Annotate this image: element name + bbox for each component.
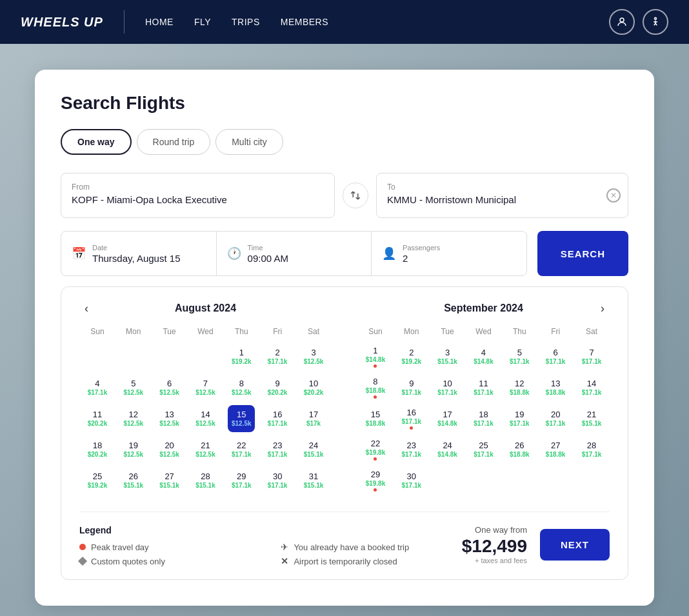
table-row[interactable]: 16$17.1k [394,403,430,434]
calendar-day[interactable]: 23$17.1k [264,436,291,463]
table-row[interactable]: 14$17.1k [574,372,610,403]
table-row[interactable]: 12$12.5k [115,403,152,434]
tab-one-way[interactable]: One way [61,129,132,155]
table-row[interactable]: 9$17.1k [394,372,430,403]
calendar-day[interactable]: 18$17.1k [470,405,497,432]
calendar-day[interactable]: 30$17.1k [398,467,425,494]
calendar-day[interactable]: 14$17.1k [578,374,605,401]
calendar-day[interactable]: 15$18.8k [362,405,389,432]
table-row[interactable]: 31$15.1k [295,465,332,496]
calendar-day[interactable]: 13$12.5k [156,405,183,432]
clear-to-button[interactable]: ✕ [606,188,621,203]
calendar-day[interactable]: 19$17.1k [506,405,533,432]
table-row[interactable]: 6$12.5k [152,372,188,403]
table-row[interactable]: 17$14.8k [430,403,466,434]
to-field[interactable]: To KMMU - Morristown Municipal [376,173,628,218]
table-row[interactable]: 13$12.5k [152,403,188,434]
table-row[interactable]: 7$12.5k [188,372,224,403]
table-row[interactable]: 2$19.2k [394,341,430,372]
table-row[interactable]: 30$17.1k [259,465,295,496]
calendar-day[interactable]: 17$17k [300,405,327,432]
calendar-day[interactable]: 21$15.1k [578,405,605,432]
calendar-day[interactable]: 22$19.8k [362,436,389,463]
calendar-day[interactable]: 4$17.1k [84,374,111,401]
table-row[interactable]: 18$20.2k [79,434,115,465]
table-row[interactable]: 18$17.1k [466,403,502,434]
date-field[interactable]: 📅 Date Thursday, August 15 [61,232,217,275]
calendar-day[interactable]: 29$17.1k [228,467,255,494]
calendar-day[interactable]: 8$12.5k [228,374,255,401]
table-row[interactable]: 15$12.5k [223,403,259,434]
calendar-day[interactable]: 20$17.1k [542,405,569,432]
table-row[interactable]: 21$15.1k [574,403,610,434]
next-button[interactable]: NEXT [540,529,610,561]
table-row[interactable]: 24$15.1k [295,434,332,465]
calendar-day[interactable]: 27$15.1k [156,467,183,494]
calendar-day[interactable]: 15$12.5k [228,405,255,432]
calendar-day[interactable]: 18$20.2k [84,436,111,463]
calendar-day[interactable]: 14$12.5k [192,405,219,432]
table-row[interactable]: 10$20.2k [295,372,332,403]
calendar-day[interactable]: 25$17.1k [470,436,497,463]
table-row[interactable]: 20$17.1k [537,403,574,434]
table-row[interactable]: 26$15.1k [115,465,152,496]
table-row[interactable]: 5$17.1k [501,341,537,372]
calendar-day[interactable]: 11$17.1k [470,374,497,401]
calendar-day[interactable]: 21$12.5k [192,436,219,463]
tab-round-trip[interactable]: Round trip [137,129,211,155]
calendar-day[interactable]: 7$17.1k [578,343,605,370]
calendar-day[interactable]: 24$15.1k [300,436,327,463]
calendar-day[interactable]: 3$12.5k [300,343,327,370]
calendar-day[interactable]: 10$20.2k [300,374,327,401]
next-month-button[interactable]: › [595,299,610,318]
table-row[interactable]: 25$19.2k [79,465,115,496]
table-row[interactable]: 16$17.1k [259,403,295,434]
calendar-day[interactable]: 5$12.5k [120,374,147,401]
table-row[interactable]: 2$17.1k [259,341,295,372]
table-row[interactable]: 17$17k [295,403,332,434]
calendar-day[interactable]: 30$17.1k [264,467,291,494]
tab-multi-city[interactable]: Multi city [215,129,283,155]
table-row[interactable]: 19$17.1k [501,403,537,434]
table-row[interactable]: 4$14.8k [466,341,502,372]
nav-members[interactable]: MEMBERS [281,17,328,27]
calendar-day[interactable]: 7$12.5k [192,374,219,401]
table-row[interactable]: 3$15.1k [430,341,466,372]
calendar-day[interactable]: 25$19.2k [84,467,111,494]
table-row[interactable]: 5$12.5k [115,372,152,403]
table-row[interactable]: 28$15.1k [188,465,224,496]
calendar-day[interactable]: 3$15.1k [434,343,461,370]
calendar-day[interactable]: 11$20.2k [84,405,111,432]
prev-month-button[interactable]: ‹ [79,299,94,318]
calendar-day[interactable]: 27$18.8k [542,436,569,463]
calendar-day[interactable]: 23$17.1k [398,436,425,463]
table-row[interactable]: 8$12.5k [223,372,259,403]
time-field[interactable]: 🕐 Time 09:00 AM [217,232,372,275]
table-row[interactable]: 26$18.8k [501,434,537,465]
table-row[interactable]: 11$20.2k [79,403,115,434]
table-row[interactable]: 6$17.1k [537,341,574,372]
table-row[interactable]: 28$17.1k [574,434,610,465]
nav-trips[interactable]: TRIPS [232,17,260,27]
table-row[interactable]: 29$19.8k [357,465,394,496]
calendar-day[interactable]: 16$17.1k [264,405,291,432]
table-row[interactable]: 1$19.2k [223,341,259,372]
user-icon-button[interactable] [609,9,635,35]
table-row[interactable]: 23$17.1k [259,434,295,465]
calendar-day[interactable]: 26$18.8k [506,436,533,463]
calendar-day[interactable]: 9$17.1k [398,374,425,401]
table-row[interactable]: 25$17.1k [466,434,502,465]
table-row[interactable]: 30$17.1k [394,465,430,496]
calendar-day[interactable]: 22$17.1k [228,436,255,463]
calendar-day[interactable]: 5$17.1k [506,343,533,370]
table-row[interactable]: 13$18.8k [537,372,574,403]
table-row[interactable]: 27$15.1k [152,465,188,496]
calendar-day[interactable]: 13$18.8k [542,374,569,401]
table-row[interactable]: 21$12.5k [188,434,224,465]
table-row[interactable]: 3$12.5k [295,341,332,372]
table-row[interactable]: 24$14.8k [430,434,466,465]
calendar-day[interactable]: 1$19.2k [228,343,255,370]
table-row[interactable]: 1$14.8k [357,341,394,372]
table-row[interactable]: 4$17.1k [79,372,115,403]
calendar-day[interactable]: 10$17.1k [434,374,461,401]
